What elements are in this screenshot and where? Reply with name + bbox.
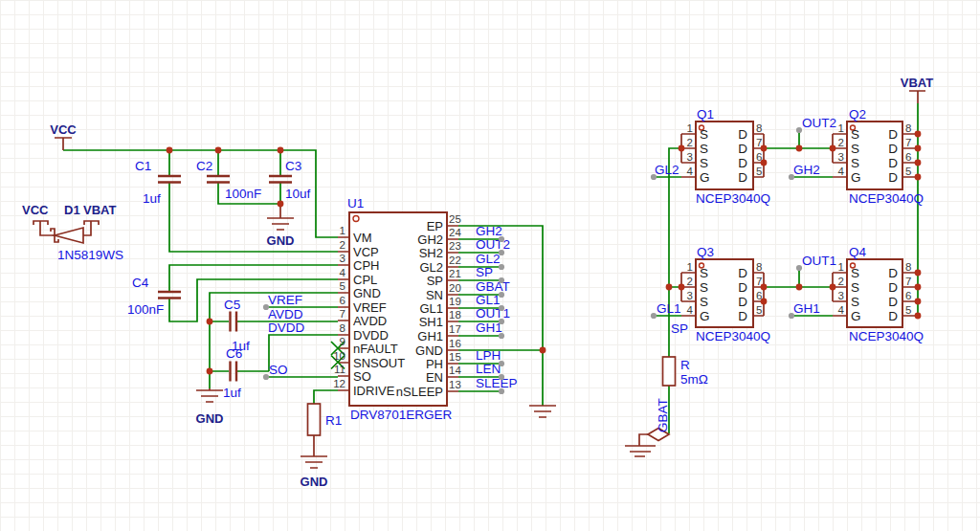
u1-pin-number: 16 [449, 338, 461, 349]
r-sense-ref[interactable]: R [680, 358, 690, 372]
net-label-so[interactable]: SO [269, 363, 288, 377]
diode-d1[interactable]: VCC D1 VBAT 1N5819WS [22, 203, 123, 262]
c3-value[interactable]: 10uf [285, 187, 311, 201]
u1-pin-number: 22 [449, 254, 461, 266]
q2-pin-number: 7 [905, 137, 911, 148]
net-label-gh1[interactable]: GH1 [476, 321, 502, 335]
mosfet-q2[interactable]: Q2 NCEP3040Q 1 2 3 4 S S S G 8 7 6 5 D D… [833, 107, 924, 206]
c1-value[interactable]: 1uf [143, 191, 161, 206]
q1-ref[interactable]: Q1 [697, 107, 714, 122]
c2-value[interactable]: 100nF [225, 187, 261, 201]
q1-pin-number: 4 [687, 166, 694, 177]
net-label-lph[interactable]: LPH [476, 348, 501, 363]
ground-flag-u1-ep[interactable] [529, 406, 556, 417]
mosfet-q3[interactable]: Q3 NCEP3040Q 1 2 3 4 S S S G 8 7 6 5 D D… [681, 245, 770, 343]
capacitor-c3[interactable]: C3 10uf [269, 159, 311, 201]
mosfet-q1[interactable]: Q1 NCEP3040Q 1 2 3 4 S S S G 8 7 6 5 D D… [681, 107, 770, 206]
c4-value[interactable]: 100nF [127, 302, 164, 317]
q2-pin-name: S [851, 142, 859, 156]
capacitor-c6[interactable]: C6 1uf [223, 346, 242, 400]
capacitor-c4[interactable]: C4 100nF [127, 276, 181, 317]
q3-pin-number: 3 [687, 290, 693, 301]
u1-pin-number: 17 [449, 323, 461, 335]
gbat-net-label[interactable]: GBAT [656, 398, 670, 432]
q4-pin-number: 6 [905, 290, 911, 301]
u1-value[interactable]: DRV8701ERGER [350, 408, 453, 422]
q3-ref[interactable]: Q3 [697, 245, 714, 259]
q3-pin-name: D [738, 295, 747, 309]
net-label-gl2[interactable]: GL2 [476, 252, 501, 266]
power-flag-vcc[interactable]: VCC [50, 122, 77, 150]
ground-symbol [301, 435, 327, 468]
c4-ref[interactable]: C4 [132, 276, 149, 290]
d1-value[interactable]: 1N5819WS [57, 248, 123, 262]
capacitor-c5[interactable]: C5 1uf [224, 298, 250, 353]
q2-pin-name: S [851, 127, 859, 142]
c1-ref[interactable]: C1 [135, 159, 151, 173]
resistor-r1[interactable]: R1 [308, 404, 343, 435]
d1-ref[interactable]: D1 [64, 203, 80, 217]
u1-pin-name: EP [427, 219, 443, 233]
net-label-gl1-fet[interactable]: GL1 [657, 301, 681, 316]
u1-pin-number: 18 [449, 309, 461, 321]
power-flag-vbat[interactable]: VBAT [901, 76, 933, 103]
net-label-gbat[interactable]: GBAT [476, 279, 510, 294]
q4-pin-name: D [888, 309, 898, 323]
ground-flag-cap-rail[interactable]: GND [196, 388, 224, 426]
u1-pin-number: 9 [340, 336, 345, 347]
u1-pin-name: PH [426, 357, 443, 371]
c3-ref[interactable]: C3 [285, 159, 301, 173]
net-label-out1-fet[interactable]: OUT1 [802, 254, 836, 268]
c6-ref[interactable]: C6 [226, 346, 242, 361]
net-label-len[interactable]: LEN [476, 362, 501, 376]
q1-pin-name: S [700, 156, 708, 170]
q1-pin-name: D [738, 156, 747, 170]
u1-pin-name: GL2 [419, 260, 443, 275]
r1-ref[interactable]: R1 [325, 413, 342, 428]
schematic-canvas[interactable]: VCC VBAT GND GND GND GBAT VCC D1 VBAT 1N… [0, 0, 980, 531]
ground-flag-c3[interactable]: GND [267, 204, 295, 248]
u1-pin-name: CPL [353, 273, 377, 287]
net-label-sleep[interactable]: SLEEP [476, 376, 518, 390]
q1-value[interactable]: NCEP3040Q [696, 191, 770, 206]
net-label-out2-fet[interactable]: OUT2 [802, 116, 836, 130]
u1-pin-number: 4 [340, 267, 346, 278]
u1-pin-name: SH2 [419, 246, 443, 260]
c6-value[interactable]: 1uf [223, 386, 241, 400]
net-label-gl2-fet[interactable]: GL2 [655, 163, 679, 177]
u1-pin-number: 11 [334, 364, 345, 375]
net-label-out1[interactable]: OUT1 [476, 306, 510, 321]
net-label-gl1[interactable]: GL1 [476, 293, 501, 307]
c3-plates [269, 176, 292, 183]
r-sense-value[interactable]: 5mΩ [680, 372, 708, 387]
ic-u1[interactable]: U1 DRV8701ERGER 1 2 3 4 5 6 7 8 9 10 11 … [331, 196, 461, 422]
ground-label: GND [267, 233, 295, 248]
capacitor-c1[interactable]: C1 1uf [135, 159, 181, 206]
q4-pin-name: D [888, 266, 898, 280]
net-label-gh2-fet[interactable]: GH2 [793, 163, 820, 177]
ground-flag-r1[interactable]: GND [301, 435, 328, 489]
mosfet-q4[interactable]: Q4 NCEP3040Q 1 2 3 4 S S S G 8 7 6 5 D D… [833, 245, 924, 343]
net-label-sp[interactable]: SP [476, 265, 493, 279]
ground-flag-gbat[interactable]: GBAT [625, 398, 670, 456]
net-label-vref[interactable]: VREF [268, 293, 302, 307]
c2-ref[interactable]: C2 [196, 159, 212, 173]
c5-ref[interactable]: C5 [224, 298, 240, 312]
u1-pin-name: GND [415, 343, 443, 358]
net-label-sp-fet[interactable]: SP [671, 321, 688, 336]
net-label-avdd[interactable]: AVDD [268, 307, 303, 321]
net-label-dvdd[interactable]: DVDD [268, 321, 305, 335]
capacitor-c2[interactable]: C2 100nF [196, 159, 261, 201]
u1-pin-number: 3 [340, 253, 345, 264]
q4-value[interactable]: NCEP3040Q [849, 329, 924, 343]
resistor-r-sense[interactable]: R 5mΩ [663, 357, 708, 387]
u1-ref[interactable]: U1 [347, 196, 364, 210]
net-label-out2[interactable]: OUT2 [476, 237, 510, 252]
q4-ref[interactable]: Q4 [849, 245, 867, 259]
net-label-gh2[interactable]: GH2 [476, 224, 502, 238]
q2-pin-number: 3 [838, 151, 844, 163]
q2-value[interactable]: NCEP3040Q [849, 191, 924, 206]
net-label-gh1-fet[interactable]: GH1 [793, 301, 820, 316]
q2-ref[interactable]: Q2 [849, 107, 866, 122]
q3-value[interactable]: NCEP3040Q [696, 329, 770, 343]
